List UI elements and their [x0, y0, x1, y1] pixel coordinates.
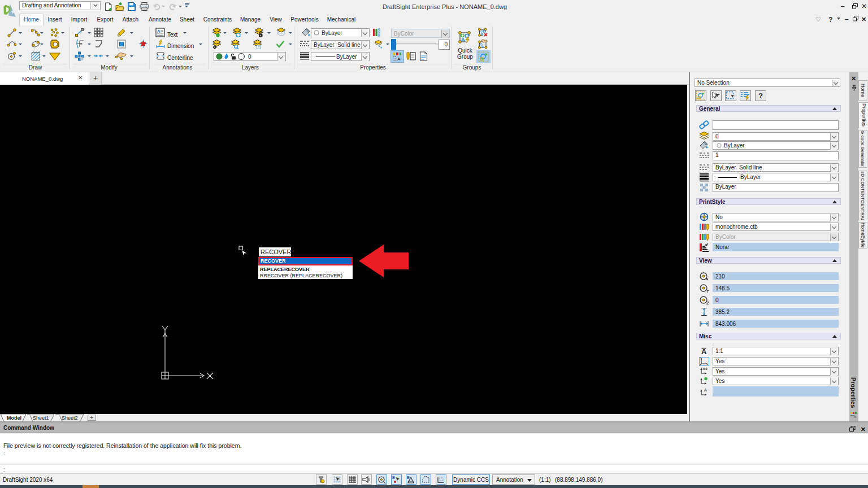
svg-text:A: A [157, 29, 160, 34]
svg-text:E: E [407, 476, 410, 480]
svg-text:A: A [704, 388, 707, 392]
svg-text:E: E [392, 476, 395, 480]
svg-text:0.0: 0.0 [703, 367, 708, 371]
svg-text:Sheet1: Sheet1 [33, 415, 49, 421]
svg-text:A: A [397, 56, 401, 61]
svg-text:Model: Model [7, 415, 21, 421]
svg-text:A: A [854, 415, 856, 419]
svg-text:Sheet2: Sheet2 [62, 415, 78, 421]
svg-text:A: A [701, 347, 707, 356]
